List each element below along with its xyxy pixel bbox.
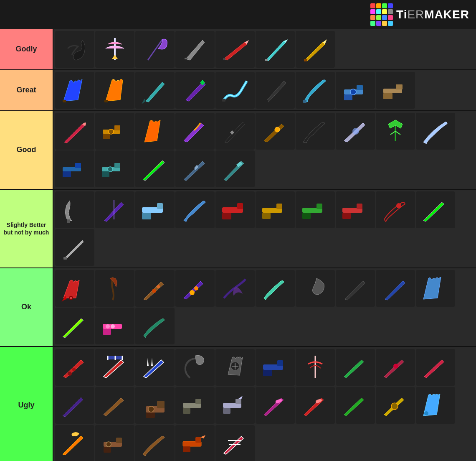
list-item[interactable]	[416, 349, 455, 386]
list-item[interactable]	[296, 387, 335, 424]
list-item[interactable]	[336, 113, 375, 150]
list-item[interactable]	[95, 150, 134, 187]
svg-rect-82	[235, 399, 241, 404]
list-item[interactable]	[95, 31, 134, 68]
svg-rect-71	[263, 370, 272, 376]
list-item[interactable]	[55, 387, 94, 424]
tier-row-ok: Ok	[0, 268, 476, 347]
svg-rect-41	[222, 213, 231, 219]
list-item[interactable]	[296, 31, 335, 68]
list-item[interactable]	[336, 191, 375, 228]
list-item[interactable]	[296, 270, 335, 307]
list-item[interactable]	[376, 349, 415, 386]
list-item[interactable]	[135, 191, 175, 228]
list-item[interactable]	[336, 349, 375, 386]
list-item[interactable]	[55, 308, 94, 344]
list-item[interactable]	[416, 113, 455, 150]
svg-rect-50	[342, 213, 351, 219]
svg-rect-34	[67, 219, 70, 223]
list-item[interactable]	[135, 72, 175, 109]
list-item[interactable]	[55, 31, 94, 68]
list-item[interactable]	[376, 191, 415, 228]
list-item[interactable]	[135, 425, 175, 461]
list-item[interactable]	[55, 113, 94, 150]
svg-rect-38	[142, 213, 151, 219]
list-item[interactable]	[175, 150, 215, 187]
list-item[interactable]	[175, 191, 215, 228]
list-item[interactable]	[95, 349, 134, 386]
list-item[interactable]	[95, 191, 134, 228]
list-item[interactable]	[95, 425, 134, 461]
list-item[interactable]	[55, 191, 94, 228]
list-item[interactable]	[55, 229, 94, 266]
list-item[interactable]	[95, 270, 134, 307]
list-item[interactable]	[296, 191, 335, 228]
list-item[interactable]	[95, 72, 134, 109]
list-item[interactable]	[296, 113, 335, 150]
list-item[interactable]	[175, 349, 215, 386]
svg-rect-43	[276, 204, 282, 209]
list-item[interactable]	[215, 72, 255, 109]
list-item[interactable]	[95, 387, 134, 424]
list-item[interactable]	[135, 270, 175, 307]
list-item[interactable]	[55, 72, 94, 109]
list-item[interactable]	[175, 72, 215, 109]
list-item[interactable]	[256, 113, 295, 150]
list-item[interactable]	[256, 191, 295, 228]
list-item[interactable]	[256, 72, 295, 109]
list-item[interactable]	[416, 387, 455, 424]
tier-row-good: Good	[0, 111, 476, 190]
list-item[interactable]	[256, 349, 295, 386]
logo-cell	[370, 9, 375, 14]
list-item[interactable]	[95, 308, 134, 344]
list-item[interactable]	[55, 150, 94, 187]
list-item[interactable]	[296, 349, 335, 386]
list-item[interactable]	[215, 113, 255, 150]
list-item[interactable]	[135, 349, 175, 386]
list-item[interactable]	[416, 191, 455, 228]
list-item[interactable]	[215, 150, 255, 187]
list-item[interactable]	[376, 72, 415, 109]
list-item[interactable]	[175, 425, 215, 461]
svg-rect-11	[265, 100, 268, 102]
list-item[interactable]	[376, 270, 415, 307]
svg-rect-62	[103, 329, 111, 335]
list-item[interactable]	[215, 31, 255, 68]
list-item[interactable]	[135, 31, 175, 68]
logo-grid	[370, 3, 393, 26]
list-item[interactable]	[416, 270, 455, 307]
svg-rect-29	[63, 171, 71, 177]
list-item[interactable]	[55, 270, 94, 307]
list-item[interactable]	[135, 113, 175, 150]
list-item[interactable]	[55, 349, 94, 386]
list-item[interactable]	[55, 425, 94, 461]
list-item[interactable]	[135, 308, 175, 344]
list-item[interactable]	[376, 113, 415, 150]
list-item[interactable]	[135, 387, 175, 424]
list-item[interactable]	[175, 113, 215, 150]
logo-cell	[376, 21, 381, 26]
list-item[interactable]	[135, 150, 175, 187]
list-item[interactable]	[215, 191, 255, 228]
list-item[interactable]	[175, 387, 215, 424]
tier-row-godly: Godly	[0, 29, 476, 70]
logo-cell	[382, 21, 387, 26]
list-item[interactable]	[215, 270, 255, 307]
list-item[interactable]	[95, 113, 134, 150]
list-item[interactable]	[336, 387, 375, 424]
list-item[interactable]	[296, 72, 335, 109]
list-item[interactable]	[376, 387, 415, 424]
list-item[interactable]	[175, 31, 215, 68]
list-item[interactable]	[336, 270, 375, 307]
list-item[interactable]	[336, 72, 375, 109]
svg-rect-10	[222, 99, 225, 102]
list-item[interactable]	[215, 387, 255, 424]
svg-rect-3	[185, 58, 188, 59]
list-item[interactable]	[215, 349, 255, 386]
list-item[interactable]	[256, 31, 295, 68]
list-item[interactable]	[256, 270, 295, 307]
svg-rect-87	[116, 438, 122, 443]
list-item[interactable]	[256, 387, 295, 424]
list-item[interactable]	[215, 425, 255, 461]
list-item[interactable]	[175, 270, 215, 307]
